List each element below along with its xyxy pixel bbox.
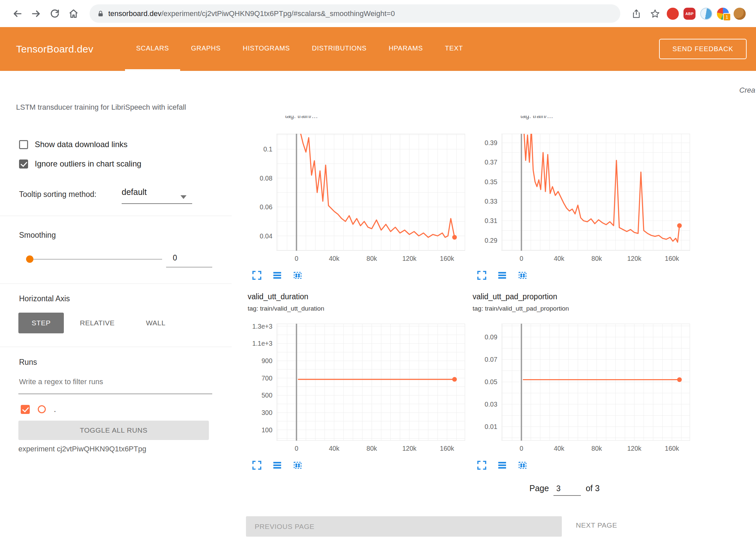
svg-text:40k: 40k bbox=[329, 255, 340, 262]
bookmark-star-icon[interactable] bbox=[648, 6, 662, 21]
extension-pie-icon[interactable]: 1 bbox=[717, 8, 729, 20]
browser-toolbar: tensorboard.dev/experiment/cj2vtPiwQHKN9… bbox=[0, 0, 756, 27]
tab-graphs[interactable]: GRAPHS bbox=[180, 27, 232, 71]
expand-icon[interactable] bbox=[477, 460, 487, 470]
run-row[interactable]: . bbox=[21, 405, 56, 414]
forward-icon[interactable] bbox=[29, 6, 43, 21]
scalar-chart[interactable]: 0.040.060.080.1040k80k120k160k bbox=[249, 134, 466, 267]
svg-text:40k: 40k bbox=[554, 445, 564, 452]
scalar-chart[interactable]: 1003005007009001.1e+31.3e+3040k80k120k16… bbox=[249, 324, 466, 457]
chevron-down-icon[interactable] bbox=[180, 195, 186, 199]
svg-text:0.03: 0.03 bbox=[485, 401, 497, 408]
svg-text:0.33: 0.33 bbox=[485, 198, 497, 205]
smoothing-value-underline bbox=[166, 267, 212, 267]
charts-area: tag: train/… tag: train/… 0.040.060.080.… bbox=[232, 116, 756, 547]
smoothing-slider-track[interactable] bbox=[33, 259, 162, 260]
svg-text:160k: 160k bbox=[665, 445, 679, 452]
runs-list-icon[interactable] bbox=[497, 460, 507, 470]
svg-text:0.06: 0.06 bbox=[260, 203, 272, 211]
tab-text[interactable]: TEXT bbox=[434, 27, 474, 71]
chart-title: valid_utt_pad_proportion bbox=[473, 292, 557, 301]
page: tensorboard.dev/experiment/cj2vtPiwQHKN9… bbox=[0, 0, 756, 547]
experiment-caption: experiment cj2vtPiwQHKN9Q1tx6PTpg bbox=[18, 445, 146, 453]
runs-label: Runs bbox=[19, 358, 37, 367]
show-download-links-row[interactable]: Show data download links bbox=[19, 140, 128, 149]
extension-red-icon[interactable] bbox=[667, 8, 679, 20]
runs-list-icon[interactable] bbox=[497, 270, 507, 281]
svg-text:700: 700 bbox=[261, 374, 272, 382]
svg-text:100: 100 bbox=[261, 426, 272, 434]
cookie-icon[interactable] bbox=[734, 8, 746, 20]
scalar-chart[interactable]: 0.290.310.330.350.370.39040k80k120k160k bbox=[474, 134, 691, 267]
tab-hparams[interactable]: HPARAMS bbox=[378, 27, 434, 71]
tab-histograms[interactable]: HISTOGRAMS bbox=[232, 27, 301, 71]
chart-toolbar bbox=[249, 270, 466, 281]
share-icon[interactable] bbox=[629, 6, 644, 21]
clipped-chart-tag: tag: train/… bbox=[285, 116, 425, 120]
run-checkbox[interactable] bbox=[21, 405, 30, 414]
svg-text:0.01: 0.01 bbox=[485, 423, 497, 430]
smoothing-label: Smoothing bbox=[19, 231, 56, 240]
svg-text:40k: 40k bbox=[329, 445, 340, 452]
page-of-label: of 3 bbox=[586, 483, 600, 493]
fit-domain-icon[interactable] bbox=[292, 270, 303, 281]
ignore-outliers-label: Ignore outliers in chart scaling bbox=[35, 159, 141, 169]
tooltip-sorting-select[interactable]: default bbox=[122, 187, 147, 197]
main-nav: SCALARS GRAPHS HISTOGRAMS DISTRIBUTIONS … bbox=[125, 27, 474, 71]
svg-text:0.29: 0.29 bbox=[485, 237, 497, 244]
tooltip-sorting-underline bbox=[122, 203, 192, 204]
divider bbox=[0, 216, 232, 216]
scalar-chart[interactable]: 0.010.030.050.070.09040k80k120k160k bbox=[474, 324, 691, 457]
expand-icon[interactable] bbox=[252, 270, 262, 281]
ignore-outliers-checkbox[interactable] bbox=[19, 159, 28, 169]
runs-filter-input[interactable] bbox=[18, 377, 209, 387]
reload-icon[interactable] bbox=[47, 6, 62, 21]
svg-text:0.09: 0.09 bbox=[485, 333, 497, 341]
chart-card-top-right: 0.290.310.330.350.370.39040k80k120k160k bbox=[474, 134, 691, 281]
show-download-links-label: Show data download links bbox=[35, 140, 128, 149]
svg-text:0.05: 0.05 bbox=[485, 378, 497, 386]
smoothing-slider-thumb[interactable] bbox=[26, 255, 33, 263]
experiment-title: LSTM transducer training for LibriSpeech… bbox=[16, 103, 186, 112]
show-download-links-checkbox[interactable] bbox=[19, 140, 28, 149]
extension-blue-icon[interactable] bbox=[700, 8, 712, 20]
expand-icon[interactable] bbox=[477, 270, 487, 281]
svg-text:0.37: 0.37 bbox=[485, 158, 497, 166]
fit-domain-icon[interactable] bbox=[517, 460, 528, 470]
address-bar[interactable]: tensorboard.dev/experiment/cj2vtPiwQHKN9… bbox=[90, 4, 620, 23]
ignore-outliers-row[interactable]: Ignore outliers in chart scaling bbox=[19, 159, 141, 169]
axis-wall-button[interactable]: WALL bbox=[131, 313, 181, 333]
fit-domain-icon[interactable] bbox=[292, 460, 303, 470]
clipped-chart-tag: tag: train/… bbox=[520, 116, 661, 120]
smoothing-value[interactable]: 0 bbox=[173, 253, 177, 262]
send-feedback-button[interactable]: SEND FEEDBACK bbox=[659, 39, 747, 59]
axis-relative-button[interactable]: RELATIVE bbox=[64, 313, 131, 333]
horizontal-axis-buttons: STEP RELATIVE WALL bbox=[18, 313, 181, 333]
svg-text:0.04: 0.04 bbox=[260, 232, 272, 240]
chart-card-top-left: 0.040.060.080.1040k80k120k160k bbox=[249, 134, 466, 281]
svg-text:40k: 40k bbox=[554, 255, 564, 262]
svg-text:500: 500 bbox=[261, 392, 272, 399]
expand-icon[interactable] bbox=[252, 460, 262, 470]
chart-card-bottom-left: 1003005007009001.1e+31.3e+3040k80k120k16… bbox=[249, 324, 466, 470]
extension-abp-icon[interactable]: ABP bbox=[683, 8, 696, 20]
tab-distributions[interactable]: DISTRIBUTIONS bbox=[301, 27, 378, 71]
toggle-all-runs-button[interactable]: TOGGLE ALL RUNS bbox=[18, 421, 209, 440]
runs-list-icon[interactable] bbox=[272, 270, 282, 281]
horizontal-axis-label: Horizontal Axis bbox=[19, 294, 70, 303]
clipped-right-text: Crea bbox=[739, 86, 755, 95]
axis-step-button[interactable]: STEP bbox=[18, 313, 64, 333]
back-icon[interactable] bbox=[10, 6, 25, 21]
runs-list-icon[interactable] bbox=[272, 460, 282, 470]
divider bbox=[0, 347, 232, 347]
next-page-button[interactable]: NEXT PAGE bbox=[574, 521, 619, 530]
fit-domain-icon[interactable] bbox=[517, 270, 528, 281]
home-icon[interactable] bbox=[66, 6, 81, 21]
svg-text:120k: 120k bbox=[402, 445, 417, 452]
tooltip-sorting-label: Tooltip sorting method: bbox=[19, 190, 96, 199]
svg-text:80k: 80k bbox=[592, 445, 602, 452]
url-text: tensorboard.dev/experiment/cj2vtPiwQHKN9… bbox=[108, 9, 395, 18]
page-number-input[interactable] bbox=[553, 484, 581, 496]
tab-scalars[interactable]: SCALARS bbox=[125, 27, 180, 71]
previous-page-button[interactable]: PREVIOUS PAGE bbox=[246, 516, 562, 537]
